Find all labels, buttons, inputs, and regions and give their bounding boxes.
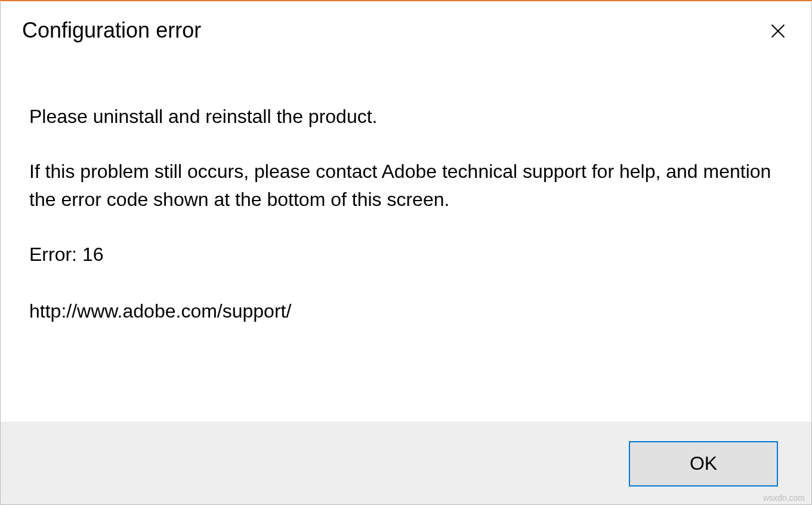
button-bar: OK	[1, 422, 811, 504]
message-instruction: Please uninstall and reinstall the produ…	[29, 103, 783, 130]
support-url: http://www.adobe.com/support/	[29, 297, 783, 325]
dialog-content: Please uninstall and reinstall the produ…	[1, 45, 811, 422]
message-support: If this problem still occurs, please con…	[29, 158, 783, 213]
close-icon	[770, 23, 786, 39]
dialog-title: Configuration error	[22, 18, 201, 43]
ok-button[interactable]: OK	[629, 441, 778, 486]
error-code: Error: 16	[29, 241, 783, 268]
titlebar: Configuration error	[1, 1, 811, 45]
close-button[interactable]	[764, 17, 792, 45]
error-dialog: Configuration error Please uninstall and…	[0, 0, 812, 505]
watermark-text: wsxdn.com	[763, 493, 805, 503]
